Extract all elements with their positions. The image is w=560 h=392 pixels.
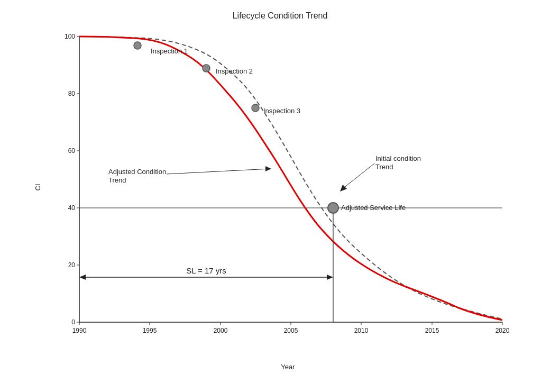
svg-text:2005: 2005 [283,327,298,334]
svg-text:2000: 2000 [213,327,227,334]
svg-text:Inspection 1: Inspection 1 [151,47,188,55]
svg-text:Trend: Trend [108,176,126,184]
chart-area: CI Year 0 20 40 60 80 [58,26,518,349]
svg-text:Trend: Trend [375,163,393,171]
svg-line-48 [341,163,374,190]
svg-text:Inspection 2: Inspection 2 [216,67,253,75]
svg-text:2020: 2020 [495,327,509,334]
chart-container: Lifecycle Condition Trend CI Year 0 [26,11,534,381]
svg-text:20: 20 [68,261,75,269]
svg-marker-49 [340,185,347,192]
svg-text:Inspection 3: Inspection 3 [263,107,300,115]
svg-text:40: 40 [68,204,75,212]
svg-text:Adjusted Condition: Adjusted Condition [108,168,166,176]
svg-text:2015: 2015 [425,327,439,334]
svg-point-36 [203,65,210,72]
svg-marker-32 [79,275,86,280]
svg-text:80: 80 [68,90,75,97]
main-svg: 0 20 40 60 80 100 1990 1995 2000 2005 20… [58,26,518,349]
x-axis-label: Year [281,363,295,371]
svg-point-38 [328,203,338,213]
chart-title: Lifecycle Condition Trend [26,11,534,21]
svg-text:Adjusted Service Life: Adjusted Service Life [341,204,406,212]
svg-text:Initial condition: Initial condition [375,154,421,162]
svg-text:0: 0 [71,318,75,326]
y-axis-label: CI [34,184,42,190]
svg-text:60: 60 [68,147,75,154]
svg-text:100: 100 [64,33,75,40]
svg-text:SL = 17 yrs: SL = 17 yrs [186,266,226,275]
svg-text:2010: 2010 [354,327,368,334]
svg-point-35 [134,42,141,49]
svg-text:1990: 1990 [72,327,86,334]
svg-text:1995: 1995 [142,327,157,334]
svg-marker-33 [327,275,333,280]
svg-point-37 [252,104,259,112]
svg-marker-45 [265,166,271,171]
svg-line-44 [167,169,270,174]
